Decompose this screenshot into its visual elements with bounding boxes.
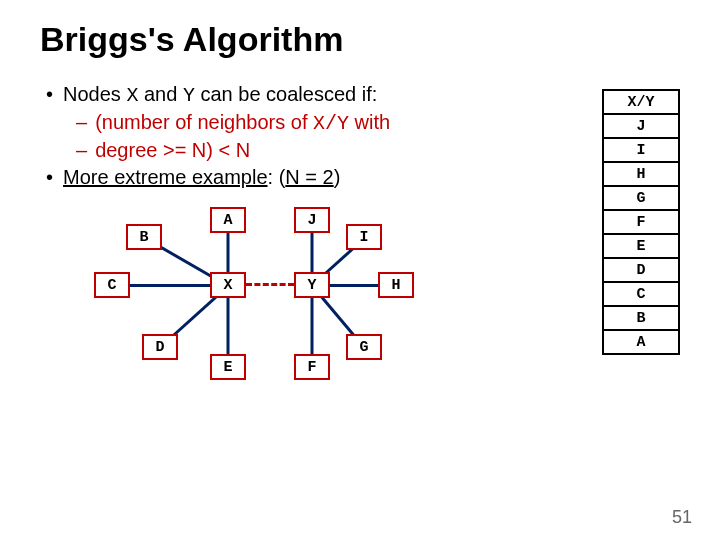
graph-node-g: G: [346, 334, 382, 360]
bullet-text-underline: N = 2: [285, 166, 333, 188]
stack-cell: F: [602, 209, 680, 235]
page-number: 51: [672, 507, 692, 528]
bullet-text: : (: [268, 166, 286, 188]
stack-cell: D: [602, 257, 680, 283]
stack-cell: C: [602, 281, 680, 307]
code-y: Y: [183, 84, 195, 107]
sub-bullet-1: – (number of neighbors of X/Y with: [40, 111, 582, 135]
graph-node-y: Y: [294, 272, 330, 298]
stack-cell: E: [602, 233, 680, 259]
graph-node-j: J: [294, 207, 330, 233]
bullet-dot-icon: •: [46, 166, 53, 189]
bullet-dot-icon: •: [46, 83, 53, 106]
graph-node-b: B: [126, 224, 162, 250]
stack-cell: H: [602, 161, 680, 187]
bullet-text: ): [334, 166, 341, 188]
graph-node-f: F: [294, 354, 330, 380]
sub-bullet-2: – degree >= N) < N: [40, 139, 582, 162]
bullet-text-underline: More extreme example: [63, 166, 268, 188]
sub-bullet-text: with: [349, 111, 390, 133]
graph-node-e: E: [210, 354, 246, 380]
graph-node-h: H: [378, 272, 414, 298]
left-column: • Nodes X and Y can be coalesced if: – (…: [40, 83, 582, 397]
bullet-1: • Nodes X and Y can be coalesced if:: [40, 83, 582, 107]
stack-cell: J: [602, 113, 680, 139]
stack-cell: A: [602, 329, 680, 355]
sub-bullet-text: degree >= N) < N: [95, 139, 250, 162]
dash-icon: –: [76, 139, 87, 162]
stack-cell: X/Y: [602, 89, 680, 115]
graph-node-x: X: [210, 272, 246, 298]
stack-table: X/Y J I H G F E D C B A: [602, 89, 680, 397]
page-title: Briggs's Algorithm: [40, 20, 680, 59]
graph-node-i: I: [346, 224, 382, 250]
stack-cell: I: [602, 137, 680, 163]
graph-node-a: A: [210, 207, 246, 233]
code-xy: X/Y: [313, 112, 349, 135]
content-area: • Nodes X and Y can be coalesced if: – (…: [40, 83, 680, 397]
sub-bullet-text: (number of neighbors of: [95, 111, 313, 133]
graph-node-d: D: [142, 334, 178, 360]
code-x: X: [126, 84, 138, 107]
stack-cell: B: [602, 305, 680, 331]
stack-cell: G: [602, 185, 680, 211]
dash-icon: –: [76, 111, 87, 134]
bullet-text: can be coalesced if:: [195, 83, 377, 105]
bullet-2: • More extreme example: (N = 2): [40, 166, 582, 189]
graph-edge-dashed: [246, 283, 294, 286]
bullet-text: and: [138, 83, 182, 105]
bullet-list: • Nodes X and Y can be coalesced if: – (…: [40, 83, 582, 189]
bullet-text: Nodes: [63, 83, 126, 105]
graph-diagram: A J I B X Y H C D E F G: [80, 207, 440, 397]
graph-node-c: C: [94, 272, 130, 298]
